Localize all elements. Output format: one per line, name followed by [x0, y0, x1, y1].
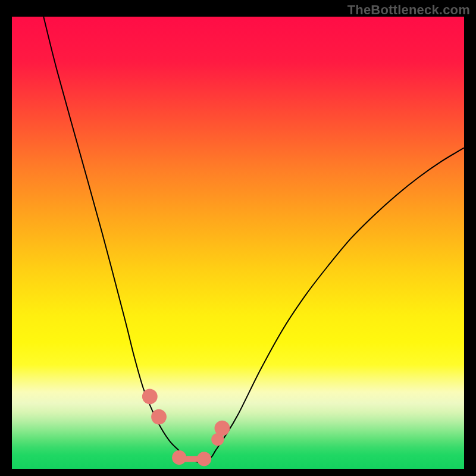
- left-marker-lower: [152, 409, 166, 424]
- chart-viewport: TheBottleneck.com: [0, 0, 476, 476]
- right-marker-lower: [212, 434, 224, 446]
- watermark-label: TheBottleneck.com: [347, 2, 470, 18]
- plot-area: [12, 17, 464, 469]
- chart-svg: [12, 17, 464, 469]
- left-curve: [43, 17, 202, 462]
- marker-group: [143, 389, 230, 465]
- left-marker-upper: [143, 389, 157, 403]
- right-curve: [202, 148, 464, 462]
